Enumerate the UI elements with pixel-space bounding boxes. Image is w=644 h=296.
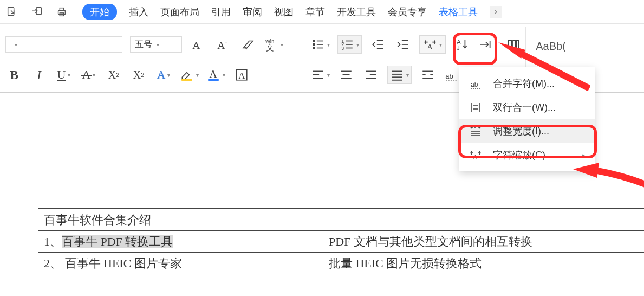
menu-merge-chars[interactable]: ab 合并字符(M)... — [459, 72, 595, 95]
increase-indent-button[interactable] — [394, 35, 412, 54]
svg-text:A: A — [217, 40, 225, 51]
distribute-button[interactable] — [419, 66, 437, 84]
tab-layout[interactable]: 页面布局 — [160, 5, 199, 18]
phonetic-guide-button[interactable]: wén文 ▾ — [264, 35, 283, 54]
text-effects-button[interactable]: A▾ — [155, 66, 172, 84]
table-row[interactable]: 1、百事牛 PDF 转换工具 PDF 文档与其他类型文档间的相互转换 — [38, 231, 645, 253]
tab-chapter[interactable]: 章节 — [305, 5, 325, 18]
svg-text:A: A — [473, 153, 478, 161]
underline-button[interactable]: U▾ — [55, 66, 73, 84]
table-cell[interactable]: 1、百事牛 PDF 转换工具 — [38, 231, 323, 253]
bold-button[interactable]: B — [5, 66, 23, 84]
svg-point-18 — [313, 43, 315, 45]
cell-text: 1、 — [44, 235, 62, 248]
menu-two-line-label: 双行合一(W)... — [493, 101, 556, 114]
subscript-button[interactable]: X2 — [130, 66, 147, 84]
char-scale-icon: A — [469, 149, 482, 162]
clear-format-button[interactable] — [239, 35, 257, 54]
asian-layout-menu: ab 合并字符(M)... 双行合一(W)... 调整宽度(I)... A 字符… — [459, 67, 595, 171]
svg-text:A: A — [209, 68, 217, 80]
font-name-combo[interactable]: ▾ — [5, 36, 122, 53]
ribbon-group-font: ▾ 五号 ▾ A+ A- wén文 ▾ B I U▾ A▾ — [2, 27, 305, 92]
table-cell[interactable]: 2、 百事牛 HEIC 图片专家 — [38, 253, 323, 274]
grow-font-button[interactable]: A+ — [190, 35, 207, 54]
table-row[interactable]: 百事牛软件合集介绍 — [38, 209, 645, 231]
strikethrough-button[interactable]: A▾ — [80, 66, 97, 84]
tab-dev[interactable]: 开发工具 — [337, 5, 376, 18]
document-table[interactable]: 百事牛软件合集介绍 1、百事牛 PDF 转换工具 PDF 文档与其他类型文档间的… — [38, 209, 644, 274]
two-line-icon — [469, 101, 482, 114]
svg-rect-3 — [60, 8, 63, 10]
table-cell[interactable]: PDF 文档与其他类型文档间的相互转换 — [323, 231, 644, 253]
paste-special-icon[interactable] — [3, 3, 21, 21]
superscript-button[interactable]: X2 — [105, 66, 122, 84]
menu-fit-width[interactable]: 调整宽度(I)... — [459, 119, 595, 143]
svg-rect-0 — [8, 7, 14, 15]
cell-text: 批量 HEIC 图片无损转换格式 — [329, 256, 482, 270]
tab-reference[interactable]: 引用 — [211, 5, 231, 18]
table-cell[interactable] — [323, 209, 644, 231]
svg-rect-11 — [181, 79, 192, 81]
numbering-button[interactable]: 123 ▾ — [337, 35, 362, 54]
cell-text: 百事牛软件合集介绍 — [44, 213, 151, 227]
tab-settings-button[interactable]: ▾ — [478, 35, 497, 54]
character-border-button[interactable]: A — [233, 66, 250, 84]
svg-text:ab: ab — [445, 72, 453, 80]
menu-fit-width-label: 调整宽度(I)... — [493, 125, 549, 138]
table-cell[interactable]: 百事牛软件合集介绍 — [38, 209, 323, 231]
table-row[interactable]: 2、 百事牛 HEIC 图片专家 批量 HEIC 图片无损转换格式 — [38, 253, 645, 274]
menu-merge-chars-label: 合并字符(M)... — [493, 77, 555, 90]
tab-more-button[interactable] — [490, 6, 502, 18]
font-size-value: 五号 — [135, 39, 152, 50]
align-right-button[interactable] — [362, 66, 380, 84]
svg-rect-2 — [58, 10, 66, 14]
decrease-indent-button[interactable] — [369, 35, 387, 54]
menu-char-scale-label: 字符缩放(C) — [493, 149, 545, 162]
cell-text: 2、 百事牛 HEIC 图片专家 — [44, 256, 182, 270]
selected-text: 百事牛 PDF 转换工具 — [62, 235, 173, 248]
svg-text:J: J — [457, 44, 459, 51]
svg-text:-: - — [225, 37, 227, 46]
italic-button[interactable]: I — [30, 66, 48, 84]
quick-access-toolbar — [3, 3, 70, 21]
menu-two-line[interactable]: 双行合一(W)... — [459, 95, 595, 119]
cell-text: PDF 文档与其他类型文档间的相互转换 — [329, 235, 532, 248]
tab-table-tools[interactable]: 表格工具 — [439, 5, 478, 18]
merge-chars-icon: ab — [469, 77, 482, 90]
print-icon[interactable] — [53, 3, 70, 21]
tab-insert[interactable]: 插入 — [129, 5, 148, 18]
asian-layout-button[interactable]: A ▾ — [419, 35, 446, 54]
svg-text:3: 3 — [341, 46, 344, 51]
import-icon[interactable] — [28, 3, 45, 21]
svg-text:ab: ab — [471, 81, 478, 88]
align-justify-button[interactable]: ▾ — [387, 66, 412, 84]
svg-rect-13 — [208, 79, 219, 81]
shrink-font-button[interactable]: A- — [214, 35, 232, 54]
font-color-button[interactable]: A ▾ — [206, 66, 225, 84]
fit-width-icon — [469, 125, 482, 138]
tab-bar: 开始 插入 页面布局 引用 审阅 视图 章节 开发工具 会员专享 表格工具 — [0, 0, 644, 24]
bullets-button[interactable]: ▾ — [311, 35, 330, 54]
tab-start[interactable]: 开始 — [82, 4, 117, 20]
align-center-button[interactable] — [337, 66, 355, 84]
show-marks-button[interactable] — [505, 35, 522, 54]
style-preview-text: AaBb( — [536, 40, 566, 53]
submenu-arrow-icon: ▸ — [582, 151, 585, 159]
highlight-button[interactable]: ▾ — [180, 66, 199, 84]
sort-button[interactable]: AJ — [453, 35, 471, 54]
svg-text:+: + — [199, 38, 203, 45]
tab-view[interactable]: 视图 — [274, 5, 294, 18]
svg-text:A: A — [239, 71, 245, 81]
svg-rect-39 — [516, 40, 518, 48]
svg-rect-37 — [508, 40, 512, 48]
menu-char-scale[interactable]: A 字符缩放(C) ▸ — [459, 143, 595, 167]
tab-member[interactable]: 会员专享 — [388, 5, 427, 18]
table-cell[interactable]: 批量 HEIC 图片无损转换格式 — [323, 253, 644, 274]
svg-rect-38 — [513, 40, 515, 48]
font-size-combo[interactable]: 五号 ▾ — [130, 36, 182, 53]
svg-text:文: 文 — [266, 43, 274, 52]
align-left-button[interactable]: ▾ — [311, 66, 330, 84]
svg-text:A: A — [427, 42, 433, 51]
tab-review[interactable]: 审阅 — [243, 5, 262, 18]
svg-point-20 — [313, 47, 315, 49]
